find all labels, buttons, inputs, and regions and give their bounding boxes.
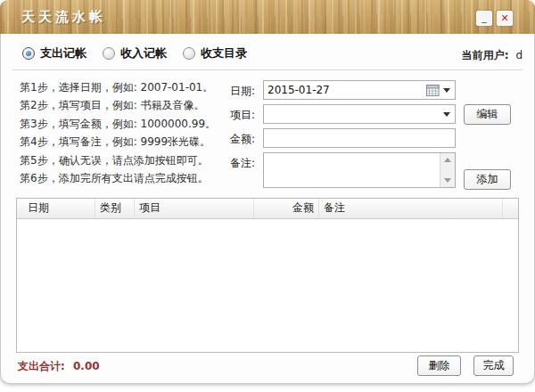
radio-expense-label: 支出记帐	[40, 45, 86, 61]
edit-button[interactable]: 编辑	[464, 104, 511, 125]
date-input[interactable]	[264, 81, 426, 99]
instruction-steps: 第1步，选择日期，例如: 2007-01-01。 第2步，填写项目，例如: 书籍…	[20, 78, 232, 187]
instruction-step-3: 第3步，填写金额，例如: 1000000.99。	[20, 115, 232, 133]
divider	[12, 69, 523, 70]
add-button[interactable]: 添加	[464, 169, 511, 190]
radio-expense-entry[interactable]: 支出记帐	[22, 46, 86, 61]
radio-directory-label: 收支目录	[201, 45, 247, 61]
radio-unselected-icon	[183, 47, 195, 60]
project-label: 项目:	[230, 108, 255, 123]
amount-input[interactable]	[264, 130, 455, 148]
project-dropdown[interactable]	[263, 104, 456, 124]
column-header-filler	[503, 199, 518, 218]
radio-income-entry[interactable]: 收入记帐	[103, 46, 167, 61]
notes-label: 备注:	[230, 156, 255, 171]
column-header-notes[interactable]: 备注	[319, 199, 503, 218]
current-user-label: 当前用户:	[462, 49, 509, 61]
minimize-button[interactable]: _	[476, 11, 492, 26]
current-user-value: d	[515, 49, 523, 61]
window-title: 天天流水帐	[21, 9, 106, 26]
delete-button[interactable]: 删除	[417, 355, 461, 376]
amount-field[interactable]	[263, 128, 456, 148]
radio-selected-icon	[22, 47, 35, 60]
expense-total-label: 支出合计:	[18, 360, 65, 372]
column-header-category[interactable]: 类别	[95, 199, 135, 218]
done-button[interactable]: 完成	[473, 355, 514, 376]
table-header-row: 日期 类别 项目 金额 备注	[17, 199, 518, 219]
notes-scrollbar[interactable]	[440, 153, 455, 187]
column-header-date[interactable]: 日期	[17, 199, 95, 218]
close-button[interactable]: ✕	[497, 11, 513, 26]
titlebar[interactable]: 天天流水帐 _ ✕	[0, 0, 535, 35]
column-header-project[interactable]: 项目	[135, 199, 254, 218]
radio-category-directory[interactable]: 收支目录	[183, 46, 247, 61]
project-dropdown-arrow-icon[interactable]	[443, 112, 450, 117]
expense-total-value: 0.00	[73, 360, 100, 372]
instruction-step-5: 第5步，确认无误，请点添加按钮即可。	[20, 151, 232, 169]
minimize-icon: _	[477, 12, 491, 23]
notes-input[interactable]	[264, 153, 440, 187]
amount-label: 金额:	[230, 132, 255, 147]
ledger-table[interactable]: 日期 类别 项目 金额 备注	[16, 198, 519, 353]
notes-field[interactable]	[263, 152, 456, 188]
column-header-amount[interactable]: 金额	[254, 199, 319, 218]
current-user: 当前用户: d	[462, 48, 523, 63]
scroll-down-icon[interactable]	[444, 178, 451, 183]
date-label: 日期:	[230, 84, 255, 99]
instruction-step-6: 第6步，添加完所有支出请点完成按钮。	[20, 169, 232, 187]
instruction-step-4: 第4步，填写备注，例如: 9999张光碟。	[20, 133, 232, 151]
instruction-step-2: 第2步，填写项目，例如: 书籍及音像。	[20, 96, 232, 114]
date-field[interactable]	[263, 80, 456, 100]
app-window: 天天流水帐 _ ✕ 支出记帐 收入记帐 收支目录 当前用户: d 第1步，选择日…	[0, 0, 535, 384]
radio-income-label: 收入记帐	[120, 45, 167, 61]
radio-unselected-icon	[103, 47, 115, 60]
scroll-up-icon[interactable]	[444, 158, 451, 162]
expense-total: 支出合计: 0.00	[18, 359, 100, 374]
instruction-step-1: 第1步，选择日期，例如: 2007-01-01。	[20, 78, 232, 96]
calendar-icon[interactable]	[426, 84, 440, 96]
date-dropdown-arrow-icon[interactable]	[443, 88, 450, 93]
close-icon: ✕	[498, 12, 512, 25]
